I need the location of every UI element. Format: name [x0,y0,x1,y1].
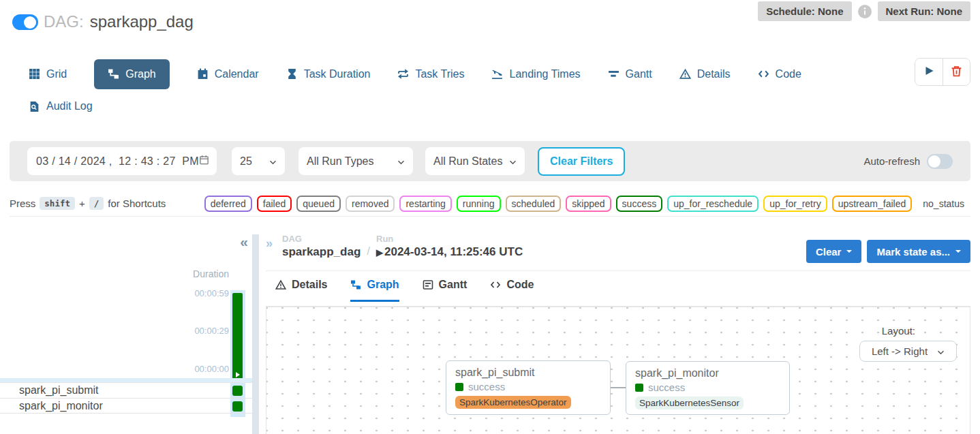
shift-key: shift [40,197,75,210]
dag-run-section: « Duration 00:00:59 00:00:29 00:00:00 sp… [0,225,980,434]
breadcrumb-dag-name: sparkapp_dag [282,245,361,259]
state-square [455,383,463,391]
nav-tab-task-tries[interactable]: Task Tries [397,68,464,80]
tab-label: Code [506,279,534,291]
legend-failed[interactable]: failed [257,196,292,212]
schedule-badge: Schedule: None [758,1,851,21]
num-runs-select[interactable]: 25 [232,147,285,175]
play-icon [923,65,934,78]
nav-tab-code[interactable]: Code [758,68,801,80]
nav-tab-audit-log[interactable]: Audit Log [29,100,93,112]
legend-skipped[interactable]: skipped [566,196,611,212]
nav-tab-label: Gantt [626,68,652,80]
legend-success[interactable]: success [616,196,663,212]
legend-upstream-failed[interactable]: upstream_failed [832,196,913,212]
graph-canvas[interactable]: Layout: Left -> Right spark_pi_submit su… [266,307,970,434]
tab-details[interactable]: Details [275,279,327,302]
trigger-dag-button[interactable] [915,59,943,85]
legend-scheduled[interactable]: scheduled [506,196,562,212]
tab-label: Graph [367,279,399,291]
plane-landing-icon [491,68,503,80]
nav-tab-task-duration[interactable]: Task Duration [286,68,371,80]
task-node-spark-pi-submit[interactable]: spark_pi_submit success SparkKubernetesO… [446,360,611,415]
layout-label: Layout: [882,325,915,337]
nav-tab-label: Grid [46,68,67,80]
duration-tick: 00:00:29 [194,326,229,336]
nav-tab-grid[interactable]: Grid [29,68,67,80]
nav-tab-landing-times[interactable]: Landing Times [491,68,580,80]
mark-state-button[interactable]: Mark state as... [867,240,970,263]
legend-restarting[interactable]: restarting [399,196,451,212]
run-action-buttons: Clear Mark state as... [806,240,970,263]
run-states-select[interactable]: All Run States [425,147,525,175]
chevron-down-icon [269,155,277,168]
legend-no-status[interactable]: no_status [917,196,970,212]
task-name[interactable]: spark_pi_submit [0,384,99,397]
run-types-select[interactable]: All Run Types [298,147,413,175]
clear-run-button[interactable]: Clear [806,240,862,263]
warning-triangle-icon [275,279,286,290]
clear-filters-button[interactable]: Clear Filters [538,147,625,176]
dag-run-duration-bar[interactable] [232,293,243,379]
gantt-icon [608,68,619,80]
airflow-dag-page: DAG:sparkapp_dag Schedule: None Next Run… [0,0,980,434]
graph-icon [108,68,119,80]
legend-running[interactable]: running [457,196,501,212]
info-icon[interactable] [858,5,872,18]
panel-resize-divider[interactable] [252,234,259,434]
toggle-knob [24,16,36,29]
chevron-down-icon [937,345,945,357]
trash-icon [951,65,962,79]
shortcuts-text: + [79,198,85,209]
caret-down-icon [846,250,852,253]
base-date-input[interactable]: 03 / 14 / 2024 , 12 : 43 : 27 PM [27,147,217,175]
shortcuts-text: for Shortcuts [108,198,166,209]
breadcrumb-dag-label: DAG [282,234,361,244]
hourglass-icon [286,68,298,80]
layout-select[interactable]: Left -> Right [859,341,957,362]
legend-deferred[interactable]: deferred [204,196,252,212]
task-instance-square[interactable] [232,401,243,412]
toggle-knob [928,155,940,168]
run-detail-tabs: Details Graph Gantt Code [275,279,534,302]
run-detail-panel: » DAG sparkapp_dag / Run ▶2024-03-14, 11… [266,225,970,434]
num-runs-value: 25 [240,155,252,168]
operator-badge: SparkKubernetesSensor [635,397,744,409]
breadcrumb-run-label: Run [376,234,523,244]
nav-tab-label: Graph [125,68,155,80]
nav-tab-graph[interactable]: Graph [94,59,169,89]
filter-bar: 03 / 14 / 2024 , 12 : 43 : 27 PM 25 All … [10,141,970,181]
graph-icon [350,279,361,290]
expand-details-button[interactable]: » [266,236,273,251]
task-name[interactable]: spark_pi_monitor [0,400,103,412]
tab-code[interactable]: Code [490,279,534,302]
legend-up-for-retry[interactable]: up_for_retry [763,196,827,212]
dag-pause-toggle[interactable] [12,14,38,30]
breadcrumb-run-value: 2024-03-14, 11:25:46 UTC [384,245,523,258]
nav-tab-label: Calendar [215,68,259,80]
auto-refresh-toggle[interactable] [927,154,953,169]
nav-tab-details[interactable]: Details [679,68,731,80]
collapse-grid-button[interactable]: « [240,234,248,250]
layout-value: Left -> Right [872,345,928,357]
shortcuts-text: Press [10,198,35,209]
duration-axis-label: Duration [193,268,229,279]
task-row: spark_pi_monitor [0,398,252,414]
breadcrumb-dag: DAG sparkapp_dag [282,234,361,259]
legend-removed[interactable]: removed [346,196,395,212]
tab-graph[interactable]: Graph [350,279,399,302]
nav-tab-gantt[interactable]: Gantt [608,68,652,80]
dag-title-prefix: DAG: [44,12,84,31]
nav-tab-calendar[interactable]: Calendar [197,68,259,80]
tab-gantt[interactable]: Gantt [423,279,468,302]
task-node-spark-pi-monitor[interactable]: spark_pi_monitor success SparkKubernetes… [626,361,790,415]
next-run-badge: Next Run: None [878,1,971,21]
gantt-chart-icon [423,279,433,290]
legend-up-for-reschedule[interactable]: up_for_reschedule [667,196,759,212]
tab-label: Gantt [439,279,468,291]
legend-row: Press shift + / for Shortcuts deferred f… [10,191,970,217]
legend-queued[interactable]: queued [296,196,341,212]
warning-triangle-icon [679,68,691,80]
task-instance-square[interactable] [232,386,243,396]
delete-dag-button[interactable] [943,59,970,85]
